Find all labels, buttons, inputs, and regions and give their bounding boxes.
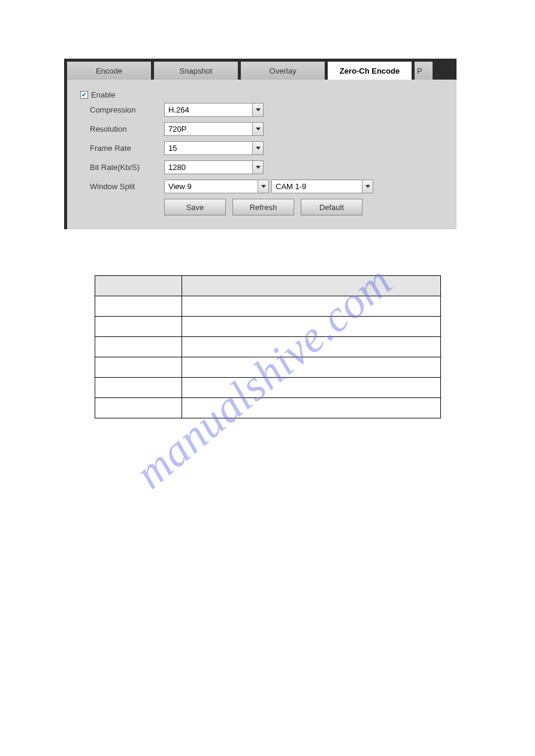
frame-rate-select[interactable]: 15 (164, 141, 264, 155)
chevron-down-icon (256, 108, 261, 111)
button-row: Save Refresh Default (164, 199, 451, 215)
dropdown-button[interactable] (252, 161, 263, 174)
dropdown-button[interactable] (252, 104, 263, 116)
frame-rate-value: 15 (168, 144, 177, 153)
enable-row: ✔ Enable (80, 90, 451, 99)
cam-select[interactable]: CAM 1-9 (271, 180, 373, 193)
tab-overlay[interactable]: Overlay (241, 62, 325, 80)
frame-rate-label: Frame Rate (80, 144, 164, 153)
info-table (95, 275, 441, 418)
tab-p[interactable]: P (415, 62, 433, 80)
chevron-down-icon (256, 147, 261, 150)
chevron-down-icon (365, 185, 370, 188)
resolution-select[interactable]: 720P (164, 122, 264, 136)
table-row (95, 357, 441, 378)
tab-snapshot[interactable]: Snapshot (154, 62, 238, 80)
table-row (95, 296, 441, 317)
table-header-row (95, 276, 441, 296)
table-row (95, 378, 441, 398)
window-split-row: Window Split View 9 CAM 1-9 (80, 180, 451, 193)
bit-rate-select[interactable]: 1280 (164, 160, 264, 174)
window-split-select[interactable]: View 9 (164, 180, 269, 193)
checkmark-icon: ✔ (81, 92, 87, 98)
chevron-down-icon (256, 127, 261, 130)
dropdown-button[interactable] (258, 180, 268, 193)
dropdown-button[interactable] (362, 180, 373, 193)
refresh-button[interactable]: Refresh (232, 199, 294, 215)
tab-bar: Encode Snapshot Overlay Zero-Ch Encode P (67, 62, 457, 80)
chevron-down-icon (256, 166, 261, 169)
resolution-value: 720P (168, 125, 186, 133)
frame-rate-row: Frame Rate 15 (80, 141, 451, 155)
bit-rate-label: Bit Rate(Kb/S) (80, 163, 164, 172)
table-row (95, 398, 441, 418)
dropdown-button[interactable] (252, 142, 263, 154)
resolution-label: Resolution (80, 125, 164, 133)
window-split-value: View 9 (168, 182, 192, 191)
compression-value: H.264 (168, 105, 189, 114)
tab-encode[interactable]: Encode (67, 62, 151, 80)
resolution-row: Resolution 720P (80, 122, 451, 136)
form-area: ✔ Enable Compression H.264 Resolution 72… (67, 80, 457, 221)
default-button[interactable]: Default (301, 199, 362, 215)
settings-panel: Encode Snapshot Overlay Zero-Ch Encode P… (64, 59, 457, 229)
table-row (95, 317, 441, 337)
enable-checkbox[interactable]: ✔ (80, 91, 88, 99)
bit-rate-value: 1280 (168, 163, 186, 172)
compression-row: Compression H.264 (80, 103, 451, 117)
cam-value: CAM 1-9 (276, 182, 306, 191)
chevron-down-icon (261, 185, 266, 188)
compression-select[interactable]: H.264 (164, 103, 264, 117)
window-split-label: Window Split (80, 182, 164, 191)
tab-zero-ch-encode[interactable]: Zero-Ch Encode (328, 62, 412, 80)
table-row (95, 337, 441, 357)
dropdown-button[interactable] (252, 123, 263, 135)
compression-label: Compression (80, 105, 164, 114)
save-button[interactable]: Save (164, 199, 226, 215)
enable-label: Enable (91, 90, 115, 99)
bit-rate-row: Bit Rate(Kb/S) 1280 (80, 160, 451, 174)
